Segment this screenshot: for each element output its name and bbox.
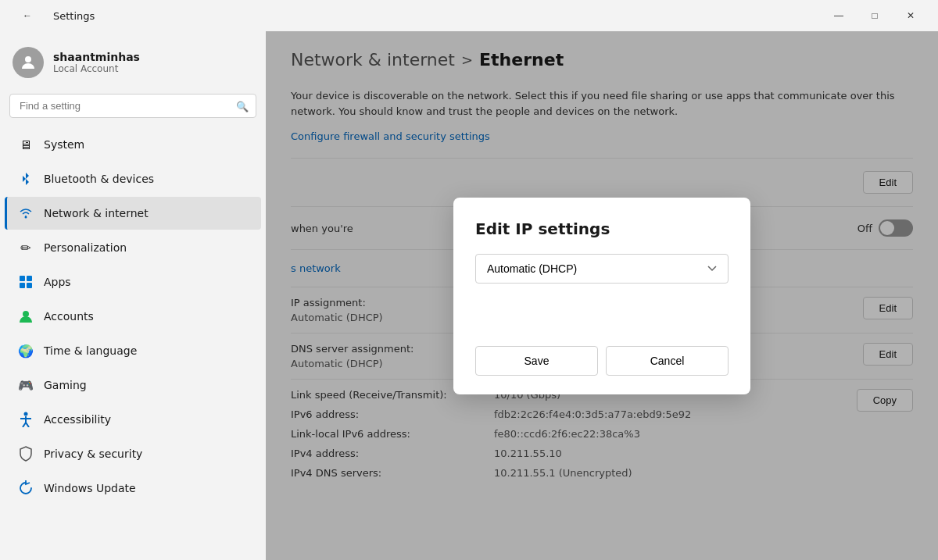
sidebar-item-system-label: System xyxy=(44,138,84,151)
bluetooth-icon xyxy=(17,170,34,187)
user-info: shaantminhas Local Account xyxy=(53,51,140,74)
titlebar-left: ← Settings xyxy=(9,3,95,28)
modal-title: Edit IP settings xyxy=(475,219,729,238)
sidebar-item-personalization[interactable]: ✏️ Personalization xyxy=(5,231,261,264)
user-name: shaantminhas xyxy=(53,51,140,63)
maximize-button[interactable]: □ xyxy=(857,3,893,28)
sidebar-item-update[interactable]: Windows Update xyxy=(5,472,261,505)
sidebar-item-apps[interactable]: Apps xyxy=(5,266,261,298)
svg-point-1 xyxy=(25,216,27,219)
close-button[interactable]: ✕ xyxy=(893,3,929,28)
back-button[interactable]: ← xyxy=(9,3,45,28)
svg-rect-2 xyxy=(20,276,25,281)
modal-actions: Save Cancel xyxy=(475,346,729,376)
svg-point-6 xyxy=(23,311,29,317)
app-title: Settings xyxy=(53,10,95,22)
sidebar-item-accounts[interactable]: Accounts xyxy=(5,300,261,333)
sidebar: shaantminhas Local Account 🔍 🖥 System Bl… xyxy=(0,31,266,560)
main-content: Network & internet > Ethernet Your devic… xyxy=(266,31,938,560)
sidebar-item-gaming[interactable]: 🎮 Gaming xyxy=(5,369,261,401)
svg-point-7 xyxy=(24,412,28,416)
sidebar-item-personalization-label: Personalization xyxy=(44,241,127,254)
sidebar-item-system[interactable]: 🖥 System xyxy=(5,128,261,161)
avatar xyxy=(13,47,44,78)
sidebar-item-privacy-label: Privacy & security xyxy=(44,448,142,460)
system-icon: 🖥 xyxy=(17,136,34,153)
accounts-icon xyxy=(17,308,34,325)
network-icon xyxy=(17,205,34,222)
window-controls: — □ ✕ xyxy=(821,3,929,28)
sidebar-item-accounts-label: Accounts xyxy=(44,310,94,323)
sidebar-item-network[interactable]: Network & internet xyxy=(5,197,261,230)
svg-rect-5 xyxy=(27,283,32,288)
sidebar-item-accessibility[interactable]: Accessibility xyxy=(5,403,261,436)
sidebar-item-bluetooth[interactable]: Bluetooth & devices xyxy=(5,162,261,195)
svg-rect-4 xyxy=(20,283,25,288)
svg-point-0 xyxy=(25,56,31,62)
search-input[interactable] xyxy=(9,94,256,118)
privacy-icon xyxy=(17,445,34,462)
edit-ip-dialog: Edit IP settings Automatic (DHCP) Manual… xyxy=(453,198,750,394)
search-icon: 🔍 xyxy=(236,100,249,112)
gaming-icon: 🎮 xyxy=(17,376,34,394)
modal-overlay: Edit IP settings Automatic (DHCP) Manual… xyxy=(266,31,938,560)
sidebar-item-accessibility-label: Accessibility xyxy=(44,413,111,426)
svg-rect-3 xyxy=(27,276,32,281)
sidebar-item-privacy[interactable]: Privacy & security xyxy=(5,437,261,470)
sidebar-item-update-label: Windows Update xyxy=(44,482,136,494)
titlebar: ← Settings — □ ✕ xyxy=(0,0,938,31)
sidebar-item-network-label: Network & internet xyxy=(44,207,149,219)
sidebar-item-gaming-label: Gaming xyxy=(44,379,87,391)
app-body: shaantminhas Local Account 🔍 🖥 System Bl… xyxy=(0,31,938,560)
time-icon: 🌍 xyxy=(17,342,34,359)
sidebar-item-time-label: Time & language xyxy=(44,344,137,357)
accessibility-icon xyxy=(17,411,34,428)
sidebar-item-bluetooth-label: Bluetooth & devices xyxy=(44,173,154,185)
minimize-button[interactable]: — xyxy=(821,3,857,28)
search-box: 🔍 xyxy=(9,94,256,118)
sidebar-item-apps-label: Apps xyxy=(44,276,71,288)
user-section: shaantminhas Local Account xyxy=(0,37,266,91)
svg-line-11 xyxy=(26,423,29,427)
user-role: Local Account xyxy=(53,63,140,74)
apps-icon xyxy=(17,273,34,291)
ip-settings-dropdown[interactable]: Automatic (DHCP) Manual xyxy=(475,254,729,284)
cancel-button[interactable]: Cancel xyxy=(606,346,729,376)
sidebar-item-time[interactable]: 🌍 Time & language xyxy=(5,334,261,367)
save-button[interactable]: Save xyxy=(475,346,598,376)
personalization-icon: ✏️ xyxy=(17,239,34,256)
update-icon xyxy=(17,480,34,497)
